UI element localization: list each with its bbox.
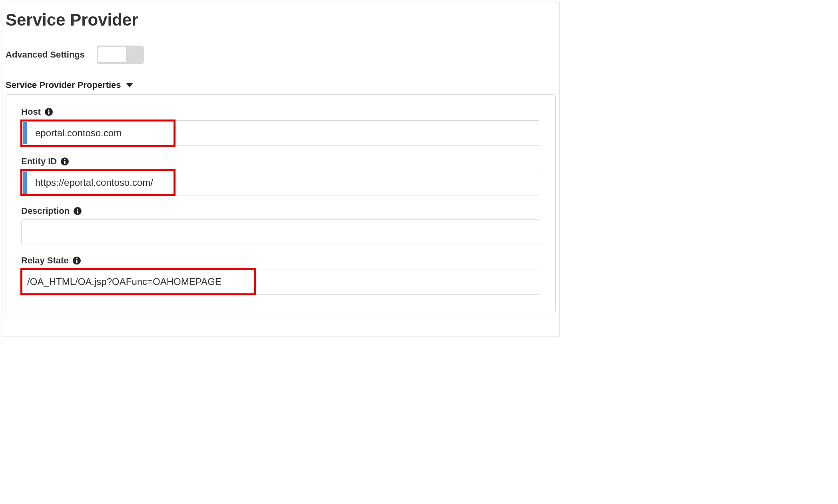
svg-point-8	[77, 209, 78, 210]
toggle-knob	[98, 47, 127, 63]
svg-marker-0	[126, 83, 133, 88]
svg-rect-6	[64, 161, 66, 164]
entity-id-input[interactable]	[21, 170, 540, 195]
description-label: Description	[21, 206, 70, 216]
svg-rect-12	[76, 260, 77, 263]
info-icon[interactable]	[73, 257, 81, 265]
info-icon[interactable]	[74, 207, 82, 215]
service-provider-panel: Service Provider Advanced Settings Servi…	[2, 2, 560, 337]
relay-state-input[interactable]	[21, 269, 540, 295]
advanced-settings-row: Advanced Settings	[6, 46, 559, 64]
svg-point-2	[48, 110, 50, 111]
info-icon[interactable]	[45, 108, 53, 116]
field-entity-id: Entity ID	[21, 156, 540, 195]
entity-id-label: Entity ID	[21, 156, 57, 167]
svg-rect-3	[48, 112, 49, 115]
svg-point-11	[76, 258, 78, 260]
host-input[interactable]	[21, 120, 540, 146]
advanced-settings-toggle[interactable]	[97, 46, 144, 64]
host-label: Host	[21, 107, 41, 117]
field-description: Description	[21, 206, 540, 245]
relay-state-label: Relay State	[21, 255, 69, 266]
advanced-settings-label: Advanced Settings	[6, 50, 85, 60]
caret-down-icon	[126, 83, 133, 88]
page-title: Service Provider	[6, 10, 559, 30]
description-input[interactable]	[21, 219, 540, 245]
field-relay-state: Relay State	[21, 255, 540, 295]
info-icon[interactable]	[61, 157, 69, 165]
svg-rect-9	[77, 211, 78, 214]
section-title: Service Provider Properties	[6, 80, 121, 90]
field-host: Host	[21, 107, 540, 146]
svg-point-5	[64, 159, 66, 161]
section-header[interactable]: Service Provider Properties	[6, 80, 559, 90]
properties-panel: Host Entity ID	[6, 94, 556, 313]
